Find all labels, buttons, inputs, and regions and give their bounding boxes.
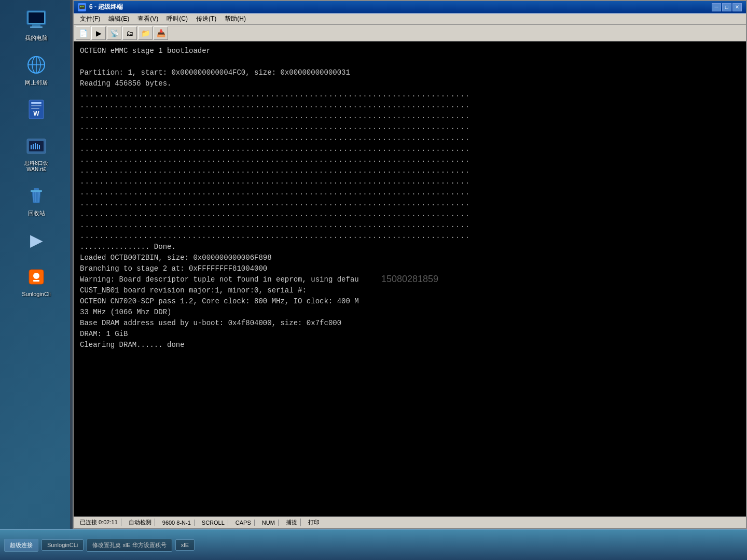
svg-rect-1	[29, 12, 44, 23]
sidebar-item-network[interactable]: 网上邻居	[24, 52, 49, 87]
dots-13: ........................................…	[80, 220, 740, 231]
svg-rect-11	[31, 108, 39, 109]
svg-rect-3	[30, 26, 43, 28]
titlebar-left: 📟 6 - 超级终端	[78, 3, 123, 11]
menu-help[interactable]: 帮助(H)	[220, 13, 250, 24]
dots-12: ........................................…	[80, 209, 740, 220]
status-capture: 捕捉	[283, 519, 301, 526]
toolbar-properties[interactable]: 🗂	[122, 26, 137, 40]
toolbar-send-file[interactable]: 📁	[138, 26, 153, 40]
svg-rect-21	[34, 188, 39, 190]
computer-icon	[24, 8, 49, 33]
status-baud: 9600 8-N-1	[159, 520, 195, 526]
dots-2: ........................................…	[80, 100, 740, 111]
menu-edit[interactable]: 编辑(E)	[104, 13, 133, 24]
dots-9: ........................................…	[80, 176, 740, 187]
line-done: ................ Done.	[80, 242, 740, 253]
line-2	[80, 57, 740, 67]
toolbar-receive-file[interactable]: 📥	[154, 26, 168, 40]
dots-7: ........................................…	[80, 155, 740, 165]
svg-text:W: W	[33, 110, 39, 117]
status-scroll: SCROLL	[199, 520, 228, 526]
sidebar-label-recycle: 回收站	[28, 209, 45, 217]
status-print: 打印	[305, 519, 323, 526]
svg-rect-10	[31, 105, 42, 106]
minimize-button[interactable]: ─	[712, 3, 721, 11]
toolbar: 📄 ▶ 📡 🗂 📁 📥	[74, 25, 746, 41]
terminal-output[interactable]: OCTEON eMMC stage 1 bootloader Partition…	[74, 41, 746, 516]
cisco-icon	[24, 134, 49, 159]
menu-view[interactable]: 查看(V)	[133, 13, 162, 24]
line-branch: Branching to stage 2 at: 0xFFFFFFFF81004…	[80, 263, 740, 274]
sidebar-item-word[interactable]: W	[24, 97, 49, 123]
line-clearing: Clearing DRAM...... done	[80, 340, 740, 351]
desktop: 📟 6 - 超级终端 ─ □ ✕ 文件(F) 编辑(E) 查看(V) 呼叫(C)…	[0, 0, 747, 560]
dots-1: ........................................…	[80, 89, 740, 100]
line-3: Partition: 1, start: 0x000000000004FC0, …	[80, 67, 740, 78]
status-connected: 已连接 0:02:11	[77, 519, 121, 526]
line-cust: CUST_NB01 board revision major:1, minor:…	[80, 285, 740, 296]
dots-5: ........................................…	[80, 133, 740, 144]
toolbar-connect[interactable]: 📡	[107, 26, 121, 40]
svg-rect-2	[32, 24, 40, 26]
sidebar-item-cisco[interactable]: 思科8口设WAN.rt£	[24, 134, 49, 173]
line-loaded: Loaded OCTB00T2BIN, size: 0x000000000006…	[80, 253, 740, 263]
dots-4: ........................................…	[80, 122, 740, 133]
sidebar-label-cisco: 思科8口设WAN.rt£	[24, 160, 48, 173]
taskbar-sunlogin[interactable]: SunloginCLi	[42, 539, 84, 551]
maximize-button[interactable]: □	[722, 3, 731, 11]
terminal-window: 📟 6 - 超级终端 ─ □ ✕ 文件(F) 编辑(E) 查看(V) 呼叫(C)…	[73, 0, 747, 529]
titlebar: 📟 6 - 超级终端 ─ □ ✕	[74, 1, 746, 13]
sidebar-item-recycle[interactable]: 回收站	[24, 183, 49, 217]
taskbar: 超级连接 SunloginCLi 修改置孔桌 xlE 华方设置积号 xlE	[0, 529, 747, 560]
sidebar-item-my-computer[interactable]: 我的电脑	[24, 8, 49, 42]
menu-file[interactable]: 文件(F)	[76, 13, 104, 24]
status-bar: 已连接 0:02:11 自动检测 9600 8-N-1 SCROLL CAPS …	[74, 516, 746, 528]
dots-8: ........................................…	[80, 165, 740, 176]
menu-bar: 文件(F) 编辑(E) 查看(V) 呼叫(C) 传送(T) 帮助(H)	[74, 13, 746, 25]
sidebar-icons: 我的电脑 网上邻居 W	[0, 0, 73, 529]
dots-10: ........................................…	[80, 187, 740, 198]
app-icon: 📟	[78, 3, 86, 11]
sidebar-label-network: 网上邻居	[25, 79, 48, 87]
dots-6: ........................................…	[80, 144, 740, 155]
line-dram: DRAM: 1 GiB	[80, 329, 740, 340]
taskbar-xle[interactable]: xlE	[175, 539, 195, 551]
sidebar-item-arrow[interactable]: ▶	[24, 228, 49, 254]
line-mhz: 33 MHz (1066 Mhz DDR)	[80, 307, 740, 318]
recycle-bin-icon	[24, 183, 49, 208]
line-warning: Warning: Board descriptor tuple not foun…	[80, 274, 740, 285]
window-title: 6 - 超级终端	[89, 3, 123, 11]
dots-11: ........................................…	[80, 198, 740, 209]
dots-3: ........................................…	[80, 111, 740, 122]
window-controls: ─ □ ✕	[712, 3, 742, 11]
arrow-icon: ▶	[24, 228, 49, 253]
menu-call[interactable]: 呼叫(C)	[162, 13, 192, 24]
status-auto-detect: 自动检测	[126, 519, 155, 526]
taskbar-device-settings[interactable]: 修改置孔桌 xlE 华方设置积号	[87, 539, 172, 552]
sunlogin-icon	[24, 264, 49, 289]
line-4: Reading 456856 bytes.	[80, 78, 740, 89]
word-icon: W	[24, 97, 49, 122]
svg-rect-20	[31, 190, 42, 192]
toolbar-new[interactable]: 📄	[76, 26, 90, 40]
svg-point-26	[33, 273, 39, 279]
menu-transfer[interactable]: 传送(T)	[192, 13, 220, 24]
sidebar-label-my-computer: 我的电脑	[25, 34, 48, 42]
line-1: OCTEON eMMC stage 1 bootloader	[80, 46, 740, 57]
toolbar-open[interactable]: ▶	[91, 26, 106, 40]
sidebar-item-sunlogin[interactable]: SunloginCli	[22, 264, 51, 297]
status-num: NUM	[259, 520, 279, 526]
network-icon	[24, 52, 49, 77]
line-octeon: OCTEON CN7020-SCP pass 1.2, Core clock: …	[80, 296, 740, 307]
close-button[interactable]: ✕	[732, 3, 742, 11]
sidebar-label-sunlogin: SunloginCli	[22, 291, 51, 297]
taskbar-quick-connect[interactable]: 超级连接	[4, 539, 38, 552]
line-base-dram: Base DRAM address used by u-boot: 0x4f80…	[80, 318, 740, 329]
svg-rect-9	[31, 102, 42, 104]
status-caps: CAPS	[232, 520, 255, 526]
dots-14: ........................................…	[80, 231, 740, 242]
svg-rect-27	[33, 280, 39, 282]
